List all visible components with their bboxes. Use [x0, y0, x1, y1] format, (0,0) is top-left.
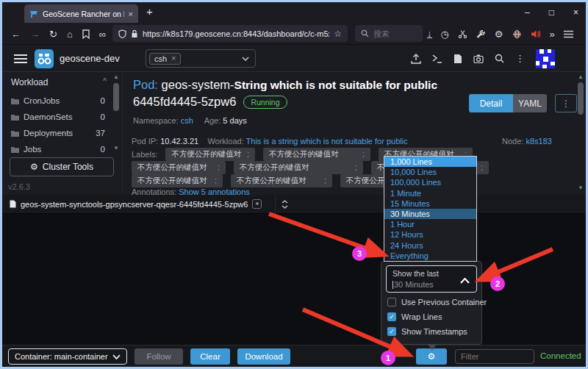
extension-globe-icon[interactable] — [512, 29, 522, 39]
snapshot-icon[interactable] — [473, 54, 484, 63]
folder-icon — [11, 146, 19, 153]
window-minimize-button[interactable]: – — [525, 7, 530, 18]
dropdown-option[interactable]: 1 Hour — [384, 219, 476, 229]
global-search-icon[interactable] — [495, 54, 504, 63]
favicon — [29, 10, 38, 18]
bookmark-ribbon-icon[interactable] — [82, 29, 90, 39]
checkbox-wrap-lines[interactable]: ✓ Wrap Lines — [387, 312, 442, 321]
log-filter-input[interactable] — [455, 349, 534, 364]
sidebar-item-deployments[interactable]: Deployments 37 — [11, 125, 105, 141]
cluster-name[interactable]: geoscene-dev — [60, 53, 120, 64]
sidebar-item-jobs[interactable]: Jobs 0 — [11, 141, 105, 157]
overflow-chevrons-icon[interactable]: » — [550, 29, 555, 40]
document-icon — [10, 200, 16, 208]
kebab-icon: ⋮ — [562, 98, 570, 109]
back-icon[interactable]: ← — [11, 29, 21, 40]
checkbox-use-previous-container[interactable]: Use Previous Container — [387, 298, 487, 307]
infinity-extension-icon[interactable]: ∞ — [99, 29, 106, 40]
chip-remove-icon[interactable]: × — [171, 54, 176, 62]
dropdown-option[interactable]: 15 Minutes — [384, 198, 476, 209]
namespace-filter[interactable]: csh × — [146, 49, 256, 68]
tab-close-icon[interactable]: × — [129, 10, 133, 18]
screenshot-tool-icon[interactable] — [458, 29, 467, 39]
node-link[interactable]: k8s183 — [526, 137, 551, 146]
log-tab[interactable]: geos-system-synctools-gpsyncserver-qqesr… — [2, 195, 269, 214]
url-bar[interactable]: ☆ — [112, 25, 348, 42]
reload-icon[interactable]: ↻ — [49, 29, 57, 40]
detail-scrollbar[interactable]: ▲ ▼ — [577, 74, 584, 191]
shield-icon[interactable] — [118, 29, 126, 38]
namespace-chip[interactable]: csh × — [149, 53, 181, 65]
window-close-button[interactable]: × — [573, 7, 578, 18]
sidebar-item-label: Deployments — [24, 129, 91, 137]
search-box[interactable] — [355, 25, 423, 42]
rancher-logo — [35, 49, 54, 68]
yaml-tab-button[interactable]: YAML — [513, 94, 547, 112]
dropdown-option[interactable]: 24 Hours — [384, 240, 476, 251]
clear-button[interactable]: Clear — [190, 348, 230, 365]
user-avatar[interactable] — [536, 49, 555, 68]
sidebar-section-workload[interactable]: Workload — [11, 77, 48, 87]
sidebar-item-label: Jobs — [24, 145, 96, 154]
dropdown-option[interactable]: 1,000 Lines — [384, 157, 476, 167]
follow-button[interactable]: Follow — [135, 348, 183, 365]
cluster-tools-button[interactable]: ⚙ Cluster Tools — [10, 157, 114, 176]
sidebar-item-daemonsets[interactable]: DaemonSets 0 — [11, 109, 105, 125]
download-button[interactable]: Download — [237, 348, 290, 365]
scroll-down-icon[interactable]: ▼ — [112, 145, 120, 151]
sidebar-item-count: 37 — [96, 129, 105, 137]
header-kebab-icon[interactable]: ⋮ — [515, 53, 525, 64]
checkbox-show-timestamps[interactable]: ✓ Show Timestamps — [387, 327, 467, 336]
page-title: Pod: geos-system-String which is not sui… — [133, 78, 437, 92]
panel-expand-button[interactable] — [275, 195, 294, 214]
sidebar-scrollbar[interactable]: ▲ ▼ — [112, 74, 120, 162]
dropdown-option[interactable]: 10,000 Lines — [384, 167, 476, 177]
new-tab-button[interactable]: + — [146, 5, 153, 18]
url-input[interactable] — [143, 29, 329, 38]
popover-pointer — [427, 344, 437, 350]
label-badge: 不方便公开的键值对; — [263, 148, 370, 161]
sidebar-item-cronjobs[interactable]: CronJobs 0 — [11, 93, 105, 109]
settings-gear-icon[interactable]: ⚙ — [495, 29, 503, 40]
dropdown-option[interactable]: 12 Hours — [384, 229, 476, 240]
forward-icon[interactable]: → — [30, 29, 40, 40]
dropdown-option[interactable]: Everything — [384, 251, 476, 261]
sidebar-item-label: DaemonSets — [24, 112, 96, 121]
label-badge: 不方便公开的键值对; — [231, 174, 332, 187]
dropdown-option-selected[interactable]: 30 Minutes — [384, 209, 476, 219]
pod-name-redacted: String which is not suitable for public — [234, 79, 437, 91]
dropdown-option[interactable]: 100,000 Lines — [384, 177, 476, 187]
log-settings-popover: Show the last 30 Minutes Use Previous Co… — [381, 261, 482, 345]
window-maximize-button[interactable]: □ — [549, 7, 554, 18]
dropdown-option[interactable]: 1 Minute — [384, 188, 476, 198]
detail-tab-button[interactable]: Detail — [469, 94, 513, 112]
collapse-chevron-icon[interactable]: ^ — [103, 77, 107, 87]
resource-kind[interactable]: Pod: — [133, 78, 158, 91]
container-select[interactable]: Container: main-container — [8, 348, 127, 365]
menu-hamburger-icon[interactable] — [564, 30, 573, 38]
speaker-icon[interactable] — [531, 29, 541, 39]
search-input[interactable] — [373, 29, 412, 38]
downloads-icon[interactable]: ↓ — [427, 29, 432, 38]
scroll-up-icon[interactable]: ▲ — [577, 74, 584, 80]
browser-tab[interactable]: GeoScene Rancher on K8s × — [24, 4, 138, 23]
bookmark-star-icon[interactable]: ☆ — [334, 29, 342, 39]
log-tab-close-icon[interactable]: × — [252, 199, 262, 209]
pod-actions-kebab-button[interactable]: ⋮ — [555, 94, 577, 112]
show-last-select[interactable]: Show the last 30 Minutes — [386, 265, 477, 293]
scroll-up-icon[interactable]: ▲ — [112, 74, 120, 80]
kubectl-shell-icon[interactable] — [432, 54, 442, 63]
scrollbar-thumb[interactable] — [113, 83, 119, 111]
browser-tab-title: GeoScene Rancher on K8s — [43, 10, 124, 18]
wrench-icon[interactable] — [476, 29, 486, 39]
history-icon[interactable]: ◷ — [441, 29, 449, 40]
workload-link[interactable]: This is a string which is not suitable f… — [246, 137, 408, 146]
sidebar-menu-icon[interactable] — [14, 54, 27, 63]
import-yaml-icon[interactable] — [411, 54, 421, 64]
home-icon[interactable]: ⌂ — [67, 29, 73, 40]
scroll-down-icon[interactable]: ▼ — [577, 184, 584, 191]
namespace-link[interactable]: csh — [181, 116, 193, 125]
create-resource-icon[interactable] — [453, 54, 462, 64]
scrollbar-thumb[interactable] — [578, 82, 584, 115]
log-settings-gear-button[interactable]: ⚙ — [416, 348, 447, 365]
